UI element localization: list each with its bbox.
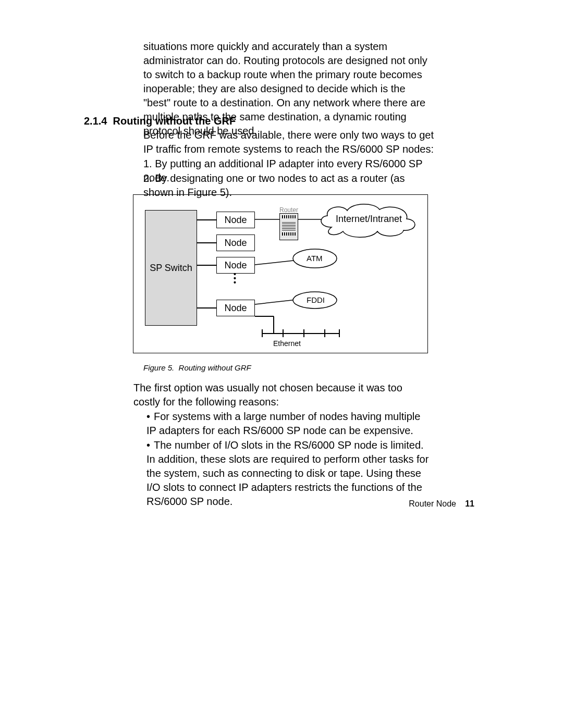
ethernet-label: Ethernet (273, 339, 301, 349)
connector-line (197, 265, 216, 266)
list-number: 1. (143, 158, 152, 169)
document-page: situations more quickly and accurately t… (0, 0, 563, 728)
section-number: 2.1.4 (84, 115, 107, 127)
ellipsis-dots: ••• (234, 272, 236, 285)
ethernet-tick (339, 329, 340, 337)
section-title: Routing without the GRF (113, 115, 236, 127)
bullet-icon: • (146, 438, 154, 452)
list-number: 2. (143, 172, 152, 184)
section-heading: 2.1.4 Routing without the GRF (84, 114, 236, 128)
router-label: Router (279, 206, 298, 214)
ethernet-bus (262, 333, 340, 334)
ethernet-tick (283, 329, 284, 337)
cloud-internet-label: Internet/Intranet (336, 213, 402, 225)
node-box-2: Node (216, 235, 255, 251)
ethernet-drop (273, 316, 274, 333)
ethernet-tick (324, 329, 325, 337)
ethernet-tick (262, 329, 263, 337)
figure-diagram: SP Switch Node Node Node Node ••• Router… (133, 194, 428, 353)
figure-caption: Figure 5. Routing without GRF (143, 363, 251, 373)
bullet-item-2: •The number of I/O slots in the RS/6000 … (146, 438, 431, 509)
ethernet-tick (303, 329, 304, 337)
figure-caption-text: Routing without GRF (179, 363, 251, 372)
section-intro: Before the GRF was available, there were… (143, 128, 435, 156)
cloud-fddi-label: FDDI (307, 295, 325, 305)
sp-switch-box: SP Switch (145, 210, 197, 326)
bullet-icon: • (146, 410, 154, 424)
bullet-text: For systems with a large number of nodes… (146, 411, 420, 436)
footer-section: Router Node (409, 498, 456, 510)
node-box-4: Node (216, 300, 255, 316)
bullet-text: The number of I/O slots in the RS/6000 S… (146, 439, 429, 507)
connector-line (197, 219, 216, 220)
node-box-1: Node (216, 212, 255, 228)
bullet-item-1: •For systems with a large number of node… (146, 410, 431, 438)
router-icon (279, 213, 298, 240)
connector-line (197, 242, 216, 243)
figure-caption-prefix: Figure 5. (143, 363, 174, 372)
cloud-atm-label: ATM (307, 253, 323, 264)
after-figure-paragraph: The first option was usually not chosen … (133, 381, 425, 409)
footer-page-number: 11 (465, 498, 474, 510)
ethernet-drop (255, 316, 274, 317)
connector-line (197, 307, 216, 309)
